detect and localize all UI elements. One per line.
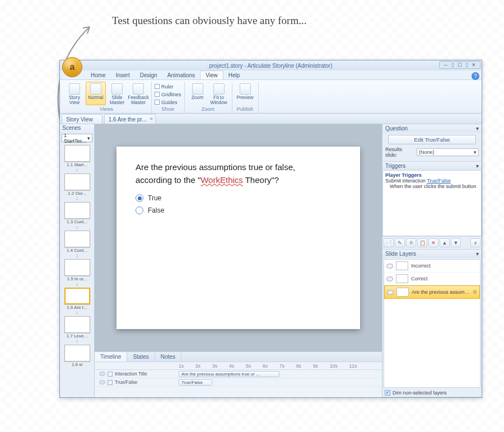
check-guides[interactable]: Guides	[155, 98, 178, 106]
story-view-button[interactable]: Story View	[64, 82, 85, 105]
trigger-row[interactable]: Submit interaction True/False	[385, 178, 479, 184]
minimize-button[interactable]: ─	[439, 61, 452, 69]
layers-panel-header: Slide Layers	[385, 251, 416, 257]
tab-home[interactable]: Home	[86, 71, 111, 79]
normal-view-button[interactable]: Normal	[86, 82, 106, 105]
results-label: Results slide:	[385, 147, 414, 158]
maximize-button[interactable]: ☐	[453, 61, 466, 69]
edit-truefalse-button[interactable]: Edit True/False	[388, 135, 476, 144]
center-area: Are the previous assumptions true or fal…	[95, 124, 382, 397]
help-icon[interactable]: ?	[472, 72, 479, 80]
preview-button[interactable]: Preview	[235, 82, 255, 105]
slide-thumbnail[interactable]: 1.1 Start...↓	[63, 145, 91, 172]
slide-thumbnail[interactable]: 1.3 Cont...↓	[63, 202, 91, 229]
move-down-button[interactable]: ▼	[451, 238, 461, 247]
check-gridlines[interactable]: Gridlines	[155, 91, 181, 98]
timeline-ruler[interactable]: 1s2s3s4s5s6s7s8s9s10s11s	[95, 362, 382, 370]
ribbon-group-zoom: Zoom Fit to Window Zoom	[185, 82, 232, 113]
collapse-icon[interactable]: ▾	[476, 163, 479, 169]
move-up-button[interactable]: ▲	[440, 238, 450, 247]
layer-list: IncorrectCorrectAre the previous assumpt…	[384, 259, 480, 388]
scenes-header: Scenes	[60, 124, 94, 133]
tab-notes[interactable]: Notes	[155, 352, 181, 361]
collapse-icon[interactable]: ▾	[476, 125, 479, 132]
triggers-body[interactable]: Player Triggers Submit interaction True/…	[382, 170, 482, 236]
player-triggers-heading: Player Triggers	[385, 172, 479, 178]
doc-tab-slide[interactable]: 1.6 Are the pr...✕	[104, 114, 156, 124]
right-column: Question▾ Edit True/False Results slide:…	[382, 124, 482, 397]
trigger-toolbar: 📄 ✎ ⎘ 📋 ✕ ▲ ▼ x	[382, 236, 482, 249]
copy-trigger-button[interactable]: ⎘	[406, 238, 416, 247]
timeline-panel: 1s2s3s4s5s6s7s8s9s10s11s Interaction Tit…	[95, 361, 382, 397]
chevron-down-icon: ▾	[474, 149, 477, 155]
annotation-text: Test questions can obviously have any fo…	[112, 15, 306, 27]
app-window: a project1.story - Articulate Storyline …	[59, 60, 482, 398]
question-panel: Question▾ Edit True/False Results slide:…	[382, 124, 482, 162]
feedback-master-button[interactable]: Feedback Master	[128, 82, 148, 105]
slide-master-button[interactable]: Slide Master	[107, 82, 127, 105]
canvas-wrap: Are the previous assumptions true or fal…	[95, 124, 382, 351]
ribbon-label-publish: Publish	[235, 106, 255, 113]
question-panel-header: Question	[385, 125, 408, 132]
app-logo-icon[interactable]: a	[62, 57, 82, 77]
layers-panel: Slide Layers▾ IncorrectCorrectAre the pr…	[382, 250, 482, 397]
window-title: project1.story - Articulate Storyline (A…	[209, 63, 332, 69]
results-select[interactable]: (None)▾	[417, 148, 479, 156]
option-true[interactable]: True	[136, 194, 341, 202]
close-icon[interactable]: ✕	[150, 116, 153, 121]
add-trigger-button[interactable]: 📄	[384, 238, 394, 247]
zoom-button[interactable]: Zoom	[188, 82, 208, 105]
ribbon-label-show: Show	[155, 106, 181, 113]
scenes-panel: Scenes 1 StartTec...▾ 1.1 Start...↓1.2 O…	[60, 124, 95, 397]
ribbon-group-show: Ruler Gridlines Guides Show	[152, 82, 185, 113]
radio-icon	[136, 206, 143, 214]
ribbon-group-views: Story View Normal Slide Master Feedback …	[62, 82, 152, 113]
bottom-tabs: Timeline States Notes	[95, 351, 382, 361]
slide-thumbnail[interactable]: 1.7 Leve...↓	[63, 316, 91, 344]
ribbon-label-zoom: Zoom	[188, 106, 229, 113]
paste-trigger-button[interactable]: 📋	[417, 238, 427, 247]
titlebar: project1.story - Articulate Storyline (A…	[60, 60, 482, 71]
slide-thumbnail[interactable]: 1.6 Are t...↓	[63, 288, 91, 315]
gear-icon[interactable]: ⚙	[473, 289, 477, 295]
check-ruler[interactable]: Ruler	[155, 83, 174, 90]
radio-icon	[136, 194, 143, 202]
triggers-panel: Triggers▾ Player Triggers Submit interac…	[382, 162, 482, 250]
slide-thumbnail[interactable]: 1.5 In or...↓	[63, 259, 91, 287]
edit-trigger-button[interactable]: ✎	[395, 238, 405, 247]
slide-thumbnail[interactable]: 1.4 Cont...↓	[63, 231, 91, 258]
layer-row[interactable]: Are the previous assumptions true o...⚙	[384, 285, 480, 299]
slide-canvas[interactable]: Are the previous assumptions true or fal…	[116, 147, 360, 329]
triggers-panel-header: Triggers	[385, 163, 405, 169]
tab-design[interactable]: Design	[135, 71, 162, 79]
question-text: Are the previous assumptions true or fal…	[136, 161, 341, 186]
tab-timeline[interactable]: Timeline	[95, 352, 127, 361]
tab-insert[interactable]: Insert	[111, 71, 135, 79]
layer-row[interactable]: Incorrect	[384, 260, 480, 273]
collapse-icon[interactable]: ▾	[476, 251, 479, 257]
document-tab-bar: Story View 1.6 Are the pr...✕	[60, 114, 482, 124]
slide-thumbnail[interactable]: 1.8 sl	[63, 345, 91, 367]
tab-states[interactable]: States	[127, 352, 155, 361]
slide-thumbnail[interactable]: 1.2 Our...↓	[63, 173, 91, 201]
fit-window-button[interactable]: Fit to Window	[209, 82, 229, 105]
tab-animations[interactable]: Animations	[162, 71, 200, 79]
variables-button[interactable]: x	[470, 238, 480, 247]
option-false[interactable]: False	[136, 206, 341, 214]
timeline-row[interactable]: True/FalseTrue/False	[95, 378, 382, 387]
ribbon-label-views: Views	[64, 106, 148, 113]
dim-layers-check[interactable]: ✓Dim non-selected layers	[382, 389, 482, 397]
delete-trigger-button[interactable]: ✕	[428, 238, 438, 247]
slide-thumbnail-list: 1.1 Start...↓1.2 Our...↓1.3 Cont...↓1.4 …	[60, 143, 94, 397]
chevron-down-icon: ▾	[87, 135, 90, 141]
doc-tab-storyview[interactable]: Story View	[62, 114, 102, 124]
menu-bar: Home Insert Design Animations View Help	[60, 71, 482, 80]
trigger-condition: When the user clicks the submit button	[385, 184, 479, 189]
tab-help[interactable]: Help	[223, 71, 245, 79]
close-button[interactable]: ✕	[467, 61, 480, 69]
layer-row[interactable]: Correct	[384, 273, 480, 285]
ribbon: Story View Normal Slide Master Feedback …	[60, 80, 482, 114]
tab-view[interactable]: View	[200, 71, 223, 79]
scene-dropdown[interactable]: 1 StartTec...▾	[62, 134, 92, 142]
timeline-row[interactable]: Interaction TitleAre the previous assump…	[95, 370, 382, 378]
